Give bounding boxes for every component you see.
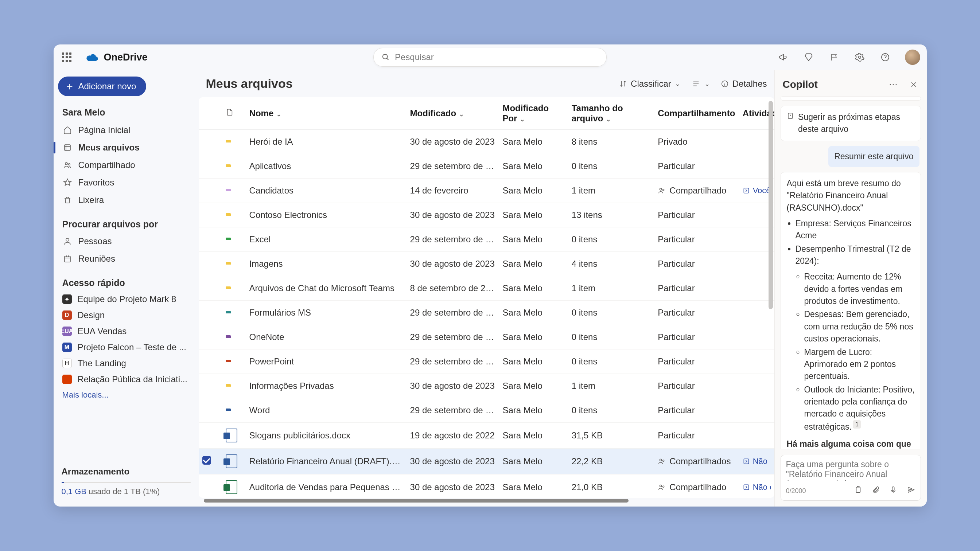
activity-cell[interactable]: Não [743, 457, 771, 466]
sharing-cell[interactable]: Particular [658, 430, 735, 441]
file-name[interactable]: Slogans publicitários.docx [246, 423, 407, 449]
clipboard-icon[interactable] [854, 486, 862, 496]
table-row[interactable]: Herói de IA 30 de agosto de 2023 Sara Me… [199, 130, 775, 154]
table-row[interactable]: PowerPoint 29 de setembro de 2023 Sara M… [199, 349, 775, 374]
copilot-textarea[interactable] [786, 459, 915, 481]
file-name[interactable]: PowerPoint [246, 349, 407, 374]
sharing-cell[interactable]: Particular [658, 283, 735, 293]
table-row[interactable]: Word 29 de setembro de 2023 Sara Melo 0 … [199, 398, 775, 423]
file-name[interactable]: Auditoria de Vendas para Pequenas Empres… [246, 475, 407, 498]
col-name[interactable]: Nome⌄ [246, 97, 407, 130]
file-name[interactable]: Imagens [246, 252, 407, 276]
quick-access-item[interactable]: MProjeto Falcon – Teste de ... [58, 339, 194, 355]
row-checkbox[interactable] [202, 456, 211, 465]
sharing-cell[interactable]: Particular [658, 210, 735, 220]
nav-home[interactable]: Página Inicial [58, 121, 194, 139]
vertical-scrollbar[interactable] [768, 100, 773, 465]
reference-badge[interactable]: 1 [853, 420, 861, 429]
browse-people[interactable]: Pessoas [58, 232, 194, 250]
sharing-cell[interactable]: Compartilhados [658, 456, 735, 467]
details-button[interactable]: Detalhes [721, 79, 767, 89]
quick-access-item[interactable]: HThe Landing [58, 355, 194, 372]
nav-trash[interactable]: Lixeira [58, 191, 194, 209]
topbar-actions [777, 49, 920, 65]
table-row[interactable]: Imagens 30 de agosto de 2023 Sara Melo 4… [199, 252, 775, 276]
quick-access-item[interactable]: EUAEUA Vendas [58, 323, 194, 339]
file-name[interactable]: Relatório Financeiro Anual (DRAFT).docx [246, 449, 407, 475]
premium-icon[interactable] [803, 51, 815, 63]
sharing-cell[interactable]: Privado [658, 137, 735, 147]
table-row[interactable]: Contoso Electronics 30 de agosto de 2023… [199, 203, 775, 227]
flag-icon[interactable] [828, 51, 840, 63]
microphone-icon[interactable] [889, 486, 897, 496]
sharing-cell[interactable]: Particular [658, 356, 735, 367]
quick-access-item[interactable]: DDesign [58, 307, 194, 323]
copilot-suggestion-chip[interactable]: Sugerir as próximas etapas deste arquivo [781, 106, 921, 141]
table-row[interactable]: Arquivos de Chat do Microsoft Teams 8 de… [199, 276, 775, 301]
table-row[interactable]: Slogans publicitários.docx 19 de agosto … [199, 423, 775, 449]
sort-arrows-icon [619, 80, 627, 88]
sharing-cell[interactable]: Compartilhado [658, 186, 735, 196]
sharing-cell[interactable]: Compartilhado [658, 482, 735, 492]
sharing-cell[interactable]: Particular [658, 405, 735, 415]
horizontal-scrollbar[interactable] [199, 501, 775, 507]
copilot-input[interactable]: 0/2000 [781, 455, 921, 501]
file-name[interactable]: Aplicativos [246, 154, 407, 179]
file-name[interactable]: Herói de IA [246, 130, 407, 154]
user-avatar[interactable] [905, 49, 920, 65]
col-modified-by[interactable]: Modificado Por⌄ [499, 97, 568, 130]
megaphone-icon[interactable] [777, 51, 789, 63]
table-row[interactable]: OneNote 29 de setembro de 2023 Sara Melo… [199, 325, 775, 349]
table-row[interactable]: Relatório Financeiro Anual (DRAFT).docx … [199, 449, 775, 475]
sparkle-doc-icon [787, 111, 794, 121]
file-name[interactable]: Arquivos de Chat do Microsoft Teams [246, 276, 407, 301]
attachment-icon[interactable] [872, 486, 880, 496]
quick-access-label: Relação Pública da Iniciati... [78, 374, 188, 384]
add-new-button[interactable]: ＋ Adicionar novo [58, 76, 146, 96]
sharing-cell[interactable]: Particular [658, 381, 735, 391]
search-input[interactable] [395, 52, 598, 62]
table-row[interactable]: Formulários MS 29 de setembro de 2023 Sa… [199, 301, 775, 325]
nav-favorites[interactable]: Favoritos [58, 174, 194, 191]
table-row[interactable]: Auditoria de Vendas para Pequenas Empres… [199, 475, 775, 498]
table-row[interactable]: Informações Privadas 30 de agosto de 202… [199, 374, 775, 398]
activity-cell[interactable]: Não c [743, 483, 771, 492]
quick-access-item[interactable]: ✦Equipe do Projeto Mark 8 [58, 291, 194, 307]
nav-shared[interactable]: Compartilhado [58, 156, 194, 174]
close-icon[interactable] [908, 79, 920, 91]
search-box[interactable] [373, 48, 607, 67]
table-row[interactable]: Candidatos 14 de fevereiro Sara Melo 1 i… [199, 179, 775, 203]
file-name[interactable]: Contoso Electronics [246, 203, 407, 227]
app-launcher-icon[interactable] [60, 51, 73, 64]
browse-meetings[interactable]: Reuniões [58, 250, 194, 267]
storage-section: Armazenamento 0,1 GB usado de 1 TB (1%) [58, 461, 194, 507]
col-size[interactable]: Tamanho do arquivo⌄ [568, 97, 654, 130]
copilot-followup: Há mais alguma coisa com que eu possa aj… [787, 438, 915, 449]
file-name[interactable]: Candidatos [246, 179, 407, 203]
col-sharing[interactable]: Compartilhamento [654, 97, 739, 130]
sharing-cell[interactable]: Particular [658, 161, 735, 171]
col-type-icon[interactable] [222, 97, 246, 130]
file-name[interactable]: OneNote [246, 325, 407, 349]
send-icon[interactable] [907, 486, 915, 496]
sort-button[interactable]: Classificar ⌄ [619, 79, 680, 89]
activity-cell[interactable]: Você c [743, 186, 771, 195]
sharing-cell[interactable]: Particular [658, 332, 735, 342]
file-name[interactable]: Word [246, 398, 407, 423]
settings-gear-icon[interactable] [854, 51, 865, 63]
more-locations-link[interactable]: Mais locais... [62, 390, 190, 400]
file-name[interactable]: Formulários MS [246, 301, 407, 325]
sharing-cell[interactable]: Particular [658, 259, 735, 269]
col-modified[interactable]: Modificado⌄ [407, 97, 499, 130]
table-row[interactable]: Aplicativos 29 de setembro de 2023 Sara … [199, 154, 775, 179]
sharing-cell[interactable]: Particular [658, 308, 735, 318]
table-row[interactable]: Excel 29 de setembro de 2023 Sara Melo 0… [199, 227, 775, 252]
more-icon[interactable]: ⋯ [888, 79, 899, 91]
file-name[interactable]: Informações Privadas [246, 374, 407, 398]
sharing-cell[interactable]: Particular [658, 234, 735, 245]
view-button[interactable]: ⌄ [691, 80, 710, 88]
nav-my-files[interactable]: Meus arquivos [58, 139, 194, 156]
quick-access-item[interactable]: Relação Pública da Iniciati... [58, 372, 194, 387]
file-name[interactable]: Excel [246, 227, 407, 252]
help-icon[interactable] [880, 51, 891, 63]
